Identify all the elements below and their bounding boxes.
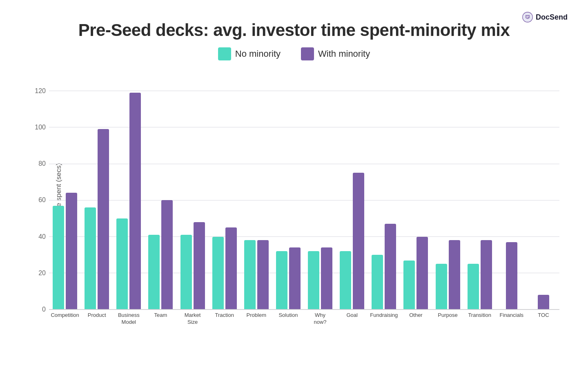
bar-with-minority — [194, 222, 205, 310]
bar-group — [177, 222, 209, 310]
x-label-item: Purpose — [432, 310, 464, 334]
bar-with-minority — [225, 227, 237, 310]
bar-with-minority — [257, 240, 269, 310]
grid-tick-label: 40 — [29, 233, 46, 241]
bar-no-minority — [212, 237, 224, 310]
legend-color-no-minority — [218, 47, 231, 60]
bar-no-minority — [276, 251, 287, 310]
bar-no-minority — [148, 235, 160, 310]
x-label-text: Traction — [215, 312, 234, 319]
bar-no-minority — [372, 255, 383, 310]
bar-no-minority — [468, 264, 479, 310]
x-label-text: Competition — [51, 312, 79, 319]
bar-group — [304, 247, 336, 310]
bar-with-minority — [129, 93, 141, 310]
bar-group — [145, 200, 176, 310]
bar-group — [432, 240, 464, 310]
legend-item-no-minority: No minority — [218, 47, 281, 60]
grid-tick-label: 60 — [29, 196, 46, 204]
x-label-text: Other — [409, 312, 423, 319]
x-label-text: Market Size — [185, 312, 201, 326]
x-label-item: Business Model — [113, 310, 145, 334]
bar-with-minority — [449, 240, 460, 310]
bar-with-minority — [481, 240, 492, 310]
x-label-text: Goal — [346, 312, 357, 319]
chart-container: DocSend Pre-Seed decks: avg. investor ti… — [0, 0, 588, 392]
x-label-item: Financials — [496, 310, 528, 334]
x-label-text: TOC — [538, 312, 549, 319]
bars-area — [49, 73, 559, 310]
x-label-item: Market Size — [177, 310, 209, 334]
x-label-text: Solution — [278, 312, 298, 319]
bar-no-minority — [436, 264, 447, 310]
bar-with-minority — [98, 129, 109, 310]
bar-with-minority — [321, 247, 332, 310]
bar-group — [528, 295, 559, 310]
chart-area: Average time spent (secs) 02040608010012… — [49, 73, 559, 334]
x-label-text: Why now? — [314, 312, 327, 326]
x-label-item: Other — [400, 310, 432, 334]
logo: DocSend — [522, 11, 568, 23]
x-label-item: Competition — [49, 310, 81, 334]
bar-no-minority — [340, 251, 351, 310]
x-labels: CompetitionProductBusiness ModelTeamMark… — [49, 310, 559, 334]
x-label-item: Product — [81, 310, 113, 334]
x-label-text: Product — [88, 312, 106, 319]
bar-group — [209, 227, 241, 310]
grid-tick-label: 100 — [29, 124, 46, 131]
x-label-text: Transition — [468, 312, 491, 319]
x-label-item: Why now? — [304, 310, 336, 334]
x-label-item: Team — [145, 310, 176, 334]
x-label-item: Solution — [272, 310, 304, 334]
grid-tick-label: 0 — [29, 306, 46, 313]
x-label-text: Financials — [500, 312, 524, 319]
bar-with-minority — [289, 247, 301, 310]
bar-group — [496, 242, 528, 310]
x-label-text: Business Model — [118, 312, 140, 326]
bar-with-minority — [506, 242, 517, 310]
bar-no-minority — [53, 206, 64, 310]
bar-group — [241, 240, 272, 310]
bar-with-minority — [416, 237, 428, 310]
bar-with-minority — [66, 193, 77, 310]
bar-group — [400, 237, 432, 310]
bar-no-minority — [180, 235, 192, 310]
logo-text: DocSend — [536, 13, 568, 22]
bar-with-minority — [353, 173, 364, 310]
x-label-text: Fundraising — [370, 312, 398, 319]
legend-label-no-minority: No minority — [235, 49, 281, 59]
x-label-item: Fundraising — [368, 310, 400, 334]
x-label-item: Traction — [209, 310, 241, 334]
grid-tick-label: 20 — [29, 270, 46, 277]
x-label-item: Goal — [336, 310, 368, 334]
bar-group — [464, 240, 496, 310]
bar-group — [49, 193, 81, 310]
bar-group — [336, 173, 368, 310]
x-label-item: Problem — [241, 310, 272, 334]
bar-with-minority — [538, 295, 549, 310]
legend-color-with-minority — [301, 47, 314, 60]
bar-group — [368, 224, 400, 310]
bar-group — [272, 247, 304, 310]
bar-no-minority — [244, 240, 256, 310]
bar-group — [81, 129, 113, 310]
grid-tick-label: 120 — [29, 87, 46, 95]
x-label-item: Transition — [464, 310, 496, 334]
legend-item-with-minority: With minority — [301, 47, 370, 60]
bar-no-minority — [403, 261, 415, 310]
bar-no-minority — [85, 207, 96, 310]
x-label-text: Problem — [247, 312, 266, 319]
chart-legend: No minority With minority — [16, 47, 572, 60]
docsend-icon — [522, 11, 533, 23]
bar-no-minority — [308, 251, 319, 310]
bar-no-minority — [116, 218, 128, 310]
bar-group — [113, 93, 145, 310]
x-label-item: TOC — [528, 310, 559, 334]
chart-title: Pre-Seed decks: avg. investor time spent… — [16, 20, 572, 40]
grid-tick-label: 80 — [29, 160, 46, 167]
legend-label-with-minority: With minority — [318, 49, 370, 59]
bar-with-minority — [161, 200, 173, 310]
x-label-text: Team — [154, 312, 167, 319]
bar-with-minority — [385, 224, 396, 310]
x-label-text: Purpose — [438, 312, 457, 319]
